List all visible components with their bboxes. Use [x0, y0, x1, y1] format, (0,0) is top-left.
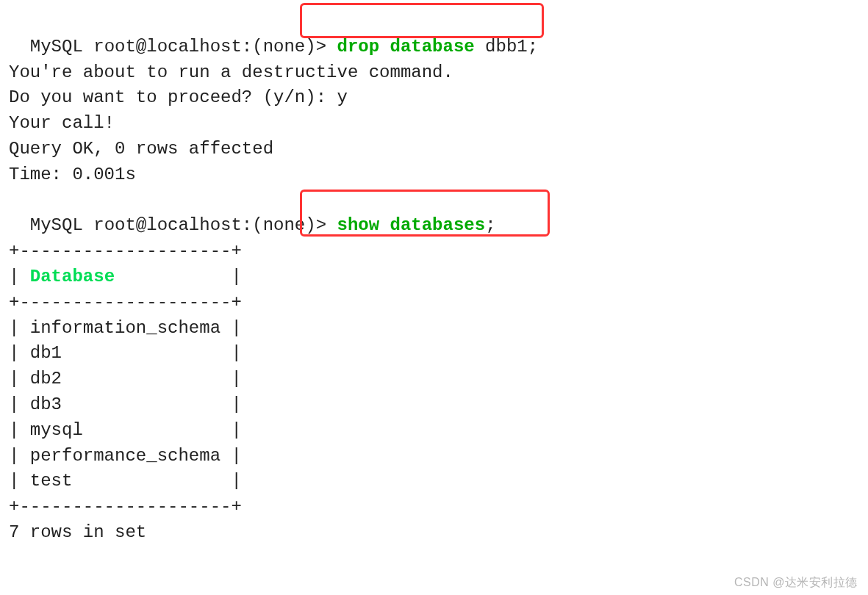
table-header-line: | Database | [9, 264, 859, 290]
table-border-bot: +--------------------+ [9, 494, 859, 520]
prompt-prefix-2: MySQL root@localhost:(none)> [30, 215, 326, 235]
query-ok-line: Query OK, 0 rows affected [9, 137, 859, 162]
table-row: | db2 | [9, 367, 859, 392]
table-row: | test | [9, 469, 859, 494]
table-row: | performance_schema | [9, 444, 859, 469]
table-row: | db1 | [9, 341, 859, 367]
proceed-line: Do you want to proceed? (y/n): y [9, 85, 859, 111]
table-border-mid: +--------------------+ [9, 290, 859, 316]
prompt-line-2: MySQL root@localhost:(none)> show databa… [9, 188, 859, 239]
your-call-line: Your call! [9, 111, 859, 137]
drop-database-arg: dbb1; [475, 37, 538, 57]
table-border-top: +--------------------+ [9, 239, 859, 264]
table-row: | information_schema | [9, 316, 859, 342]
prompt-line-1: MySQL root@localhost:(none)> drop databa… [9, 9, 859, 60]
table-row: | db3 | [9, 392, 859, 418]
drop-database-keyword: drop database [337, 37, 474, 57]
show-databases-keyword: show databases [337, 215, 485, 235]
watermark-text: CSDN @达米安利拉德 [734, 574, 858, 591]
rows-in-set-line: 7 rows in set [9, 520, 859, 546]
show-databases-suffix: ; [485, 215, 495, 235]
time-line: Time: 0.001s [9, 162, 859, 188]
table-row: | mysql | [9, 418, 859, 444]
warning-line: You're about to run a destructive comman… [9, 60, 859, 86]
table-header: Database [30, 267, 115, 286]
prompt-prefix: MySQL root@localhost:(none)> [30, 37, 326, 57]
